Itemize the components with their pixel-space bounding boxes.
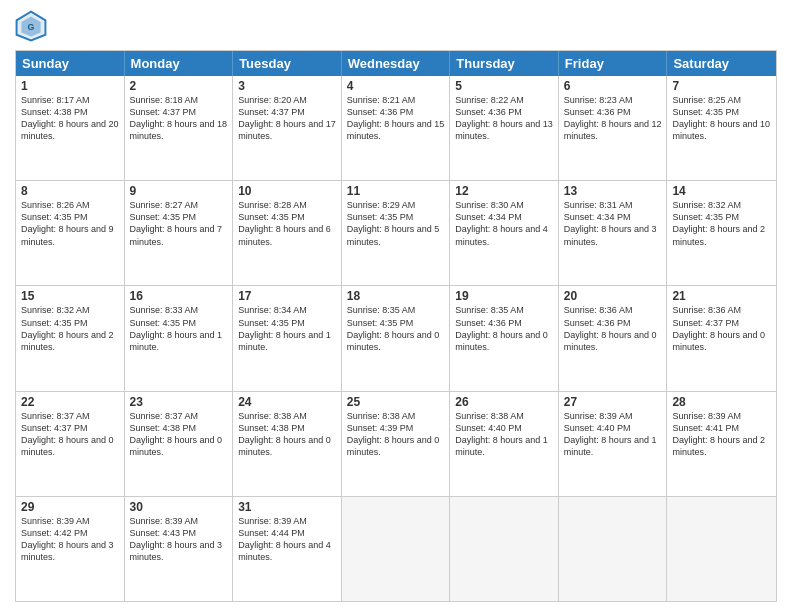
day-info: Sunrise: 8:29 AMSunset: 4:35 PMDaylight:… <box>347 199 445 248</box>
day-number: 17 <box>238 289 336 303</box>
day-info: Sunrise: 8:25 AMSunset: 4:35 PMDaylight:… <box>672 94 771 143</box>
cal-cell-day: 10Sunrise: 8:28 AMSunset: 4:35 PMDayligh… <box>233 181 342 285</box>
cal-week-row: 1Sunrise: 8:17 AMSunset: 4:38 PMDaylight… <box>16 76 776 180</box>
day-number: 1 <box>21 79 119 93</box>
cal-header-friday: Friday <box>559 51 668 76</box>
day-number: 18 <box>347 289 445 303</box>
day-info: Sunrise: 8:32 AMSunset: 4:35 PMDaylight:… <box>672 199 771 248</box>
cal-cell-day: 14Sunrise: 8:32 AMSunset: 4:35 PMDayligh… <box>667 181 776 285</box>
cal-header-thursday: Thursday <box>450 51 559 76</box>
day-info: Sunrise: 8:39 AMSunset: 4:43 PMDaylight:… <box>130 515 228 564</box>
cal-week-row: 8Sunrise: 8:26 AMSunset: 4:35 PMDaylight… <box>16 180 776 285</box>
day-number: 27 <box>564 395 662 409</box>
cal-cell-day: 29Sunrise: 8:39 AMSunset: 4:42 PMDayligh… <box>16 497 125 601</box>
day-info: Sunrise: 8:36 AMSunset: 4:36 PMDaylight:… <box>564 304 662 353</box>
day-number: 4 <box>347 79 445 93</box>
cal-cell-day: 19Sunrise: 8:35 AMSunset: 4:36 PMDayligh… <box>450 286 559 390</box>
svg-text:G: G <box>28 22 35 32</box>
cal-cell-day: 21Sunrise: 8:36 AMSunset: 4:37 PMDayligh… <box>667 286 776 390</box>
day-info: Sunrise: 8:31 AMSunset: 4:34 PMDaylight:… <box>564 199 662 248</box>
day-info: Sunrise: 8:34 AMSunset: 4:35 PMDaylight:… <box>238 304 336 353</box>
day-info: Sunrise: 8:23 AMSunset: 4:36 PMDaylight:… <box>564 94 662 143</box>
day-number: 31 <box>238 500 336 514</box>
cal-header-saturday: Saturday <box>667 51 776 76</box>
cal-cell-day: 11Sunrise: 8:29 AMSunset: 4:35 PMDayligh… <box>342 181 451 285</box>
day-info: Sunrise: 8:38 AMSunset: 4:39 PMDaylight:… <box>347 410 445 459</box>
day-number: 22 <box>21 395 119 409</box>
day-number: 16 <box>130 289 228 303</box>
cal-cell-empty <box>342 497 451 601</box>
cal-cell-empty <box>559 497 668 601</box>
cal-cell-day: 6Sunrise: 8:23 AMSunset: 4:36 PMDaylight… <box>559 76 668 180</box>
day-number: 8 <box>21 184 119 198</box>
day-info: Sunrise: 8:36 AMSunset: 4:37 PMDaylight:… <box>672 304 771 353</box>
day-info: Sunrise: 8:38 AMSunset: 4:40 PMDaylight:… <box>455 410 553 459</box>
cal-cell-day: 13Sunrise: 8:31 AMSunset: 4:34 PMDayligh… <box>559 181 668 285</box>
cal-header-sunday: Sunday <box>16 51 125 76</box>
day-number: 23 <box>130 395 228 409</box>
cal-cell-day: 1Sunrise: 8:17 AMSunset: 4:38 PMDaylight… <box>16 76 125 180</box>
cal-cell-day: 7Sunrise: 8:25 AMSunset: 4:35 PMDaylight… <box>667 76 776 180</box>
cal-cell-day: 9Sunrise: 8:27 AMSunset: 4:35 PMDaylight… <box>125 181 234 285</box>
day-info: Sunrise: 8:35 AMSunset: 4:36 PMDaylight:… <box>455 304 553 353</box>
day-number: 9 <box>130 184 228 198</box>
day-info: Sunrise: 8:39 AMSunset: 4:40 PMDaylight:… <box>564 410 662 459</box>
day-number: 24 <box>238 395 336 409</box>
day-info: Sunrise: 8:37 AMSunset: 4:38 PMDaylight:… <box>130 410 228 459</box>
header: G <box>15 10 777 42</box>
cal-header-wednesday: Wednesday <box>342 51 451 76</box>
cal-cell-day: 16Sunrise: 8:33 AMSunset: 4:35 PMDayligh… <box>125 286 234 390</box>
cal-cell-day: 27Sunrise: 8:39 AMSunset: 4:40 PMDayligh… <box>559 392 668 496</box>
day-number: 19 <box>455 289 553 303</box>
cal-week-row: 22Sunrise: 8:37 AMSunset: 4:37 PMDayligh… <box>16 391 776 496</box>
cal-week-row: 15Sunrise: 8:32 AMSunset: 4:35 PMDayligh… <box>16 285 776 390</box>
day-number: 12 <box>455 184 553 198</box>
day-number: 28 <box>672 395 771 409</box>
day-info: Sunrise: 8:39 AMSunset: 4:41 PMDaylight:… <box>672 410 771 459</box>
day-number: 15 <box>21 289 119 303</box>
calendar: SundayMondayTuesdayWednesdayThursdayFrid… <box>15 50 777 602</box>
cal-cell-empty <box>450 497 559 601</box>
cal-cell-day: 28Sunrise: 8:39 AMSunset: 4:41 PMDayligh… <box>667 392 776 496</box>
cal-cell-empty <box>667 497 776 601</box>
cal-cell-day: 18Sunrise: 8:35 AMSunset: 4:35 PMDayligh… <box>342 286 451 390</box>
day-number: 5 <box>455 79 553 93</box>
day-info: Sunrise: 8:37 AMSunset: 4:37 PMDaylight:… <box>21 410 119 459</box>
cal-cell-day: 20Sunrise: 8:36 AMSunset: 4:36 PMDayligh… <box>559 286 668 390</box>
cal-cell-day: 31Sunrise: 8:39 AMSunset: 4:44 PMDayligh… <box>233 497 342 601</box>
day-info: Sunrise: 8:39 AMSunset: 4:42 PMDaylight:… <box>21 515 119 564</box>
logo-icon: G <box>15 10 47 42</box>
cal-header-monday: Monday <box>125 51 234 76</box>
day-info: Sunrise: 8:28 AMSunset: 4:35 PMDaylight:… <box>238 199 336 248</box>
cal-cell-day: 24Sunrise: 8:38 AMSunset: 4:38 PMDayligh… <box>233 392 342 496</box>
logo: G <box>15 10 51 42</box>
day-number: 21 <box>672 289 771 303</box>
cal-cell-day: 2Sunrise: 8:18 AMSunset: 4:37 PMDaylight… <box>125 76 234 180</box>
cal-header-tuesday: Tuesday <box>233 51 342 76</box>
day-info: Sunrise: 8:38 AMSunset: 4:38 PMDaylight:… <box>238 410 336 459</box>
day-number: 13 <box>564 184 662 198</box>
calendar-header-row: SundayMondayTuesdayWednesdayThursdayFrid… <box>16 51 776 76</box>
day-number: 20 <box>564 289 662 303</box>
cal-cell-day: 26Sunrise: 8:38 AMSunset: 4:40 PMDayligh… <box>450 392 559 496</box>
cal-cell-day: 3Sunrise: 8:20 AMSunset: 4:37 PMDaylight… <box>233 76 342 180</box>
calendar-body: 1Sunrise: 8:17 AMSunset: 4:38 PMDaylight… <box>16 76 776 601</box>
day-number: 14 <box>672 184 771 198</box>
cal-cell-day: 15Sunrise: 8:32 AMSunset: 4:35 PMDayligh… <box>16 286 125 390</box>
day-info: Sunrise: 8:35 AMSunset: 4:35 PMDaylight:… <box>347 304 445 353</box>
day-number: 2 <box>130 79 228 93</box>
day-info: Sunrise: 8:22 AMSunset: 4:36 PMDaylight:… <box>455 94 553 143</box>
day-info: Sunrise: 8:27 AMSunset: 4:35 PMDaylight:… <box>130 199 228 248</box>
cal-cell-day: 22Sunrise: 8:37 AMSunset: 4:37 PMDayligh… <box>16 392 125 496</box>
day-number: 10 <box>238 184 336 198</box>
cal-cell-day: 23Sunrise: 8:37 AMSunset: 4:38 PMDayligh… <box>125 392 234 496</box>
day-info: Sunrise: 8:17 AMSunset: 4:38 PMDaylight:… <box>21 94 119 143</box>
cal-cell-day: 25Sunrise: 8:38 AMSunset: 4:39 PMDayligh… <box>342 392 451 496</box>
day-info: Sunrise: 8:18 AMSunset: 4:37 PMDaylight:… <box>130 94 228 143</box>
day-number: 7 <box>672 79 771 93</box>
day-info: Sunrise: 8:26 AMSunset: 4:35 PMDaylight:… <box>21 199 119 248</box>
day-number: 26 <box>455 395 553 409</box>
day-number: 25 <box>347 395 445 409</box>
page: G SundayMondayTuesdayWednesdayThursdayFr… <box>0 0 792 612</box>
cal-cell-day: 12Sunrise: 8:30 AMSunset: 4:34 PMDayligh… <box>450 181 559 285</box>
